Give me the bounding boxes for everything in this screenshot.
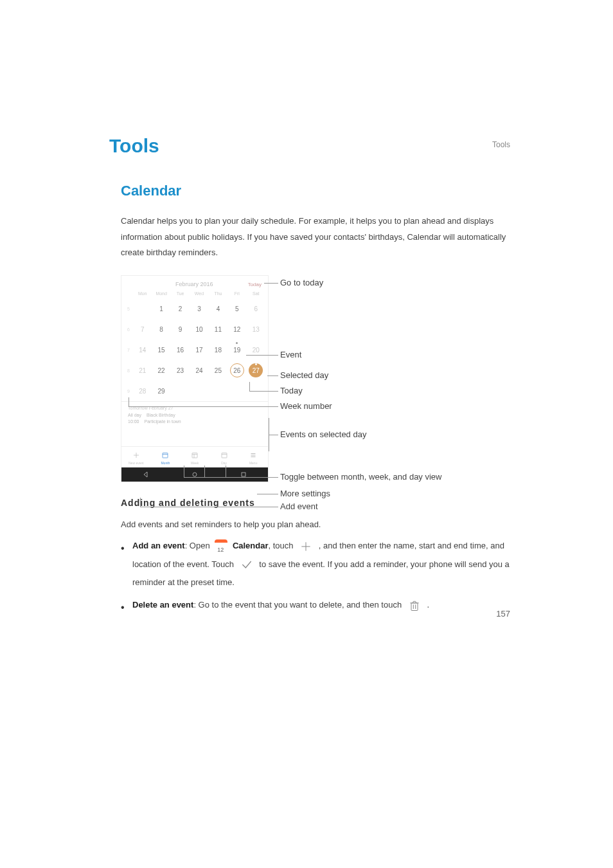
running-header: Tools [492, 140, 510, 149]
today-cell[interactable]: 27 [247, 360, 265, 381]
svg-rect-4 [192, 453, 197, 458]
callout-events: Events on selected day [280, 429, 366, 439]
bullet-delete-event: Delete an event: Go to the event that yo… [121, 596, 517, 615]
callout-today-cell: Today [280, 386, 303, 395]
tab-day[interactable]: Day [209, 451, 239, 465]
day-icon [220, 451, 229, 460]
tab-new-event[interactable]: New event [121, 451, 151, 465]
plus-icon [297, 537, 315, 556]
calendar-grid[interactable]: 5 1 2 3 4 5 6 6 7 8 9 10 11 12 13 7 14 1… [121, 298, 268, 401]
section-title: Calendar [109, 183, 517, 199]
menu-icon [249, 451, 258, 460]
callout-event: Event [280, 350, 301, 359]
callout-selected: Selected day [280, 370, 328, 380]
bottom-tabs: New event Month Week Day Menu [121, 446, 268, 467]
calendar-figure: February 2016 Today MonMondTueWedThuFriS… [121, 275, 506, 482]
back-icon[interactable] [141, 470, 150, 479]
callout-today: Go to today [280, 278, 323, 287]
sub-intro: Add events and set reminders to help you… [109, 517, 517, 533]
calendar-app-icon [215, 539, 227, 552]
trash-icon [405, 596, 423, 615]
callout-settings: More settings [280, 489, 330, 498]
android-navbar [121, 467, 268, 482]
phone-screenshot: February 2016 Today MonMondTueWedThuFriS… [121, 275, 269, 482]
week-icon [190, 451, 199, 460]
month-icon [161, 451, 170, 460]
day-of-week-row: MonMondTueWedThuFriSat [121, 290, 268, 298]
tab-menu[interactable]: Menu [238, 451, 268, 465]
callout-weeknum: Week number [280, 401, 332, 411]
page-number: 157 [496, 609, 510, 619]
chapter-title: Tools [109, 135, 517, 157]
bullet-add-event: Add an event: Open Calendar, touch , and… [121, 537, 517, 592]
plus-icon [132, 451, 141, 460]
selected-day-cell[interactable]: 26 [227, 360, 246, 381]
intro-paragraph: Calendar helps you to plan your daily sc… [109, 213, 517, 261]
month-title: February 2016 [141, 281, 248, 287]
svg-rect-2 [163, 453, 168, 458]
callout-add: Add event [280, 502, 318, 511]
svg-rect-16 [411, 603, 418, 611]
tab-month[interactable]: Month [151, 451, 181, 465]
svg-rect-13 [242, 473, 245, 476]
check-icon [238, 556, 256, 574]
tab-week[interactable]: Week [180, 451, 209, 465]
events-list: Tomorrow February 27 All dayBlack Birthd… [121, 401, 268, 446]
svg-rect-7 [222, 453, 227, 458]
callout-toggle: Toggle between month, week, and day view [280, 472, 442, 482]
svg-point-12 [193, 473, 197, 476]
today-link[interactable]: Today [248, 282, 262, 287]
